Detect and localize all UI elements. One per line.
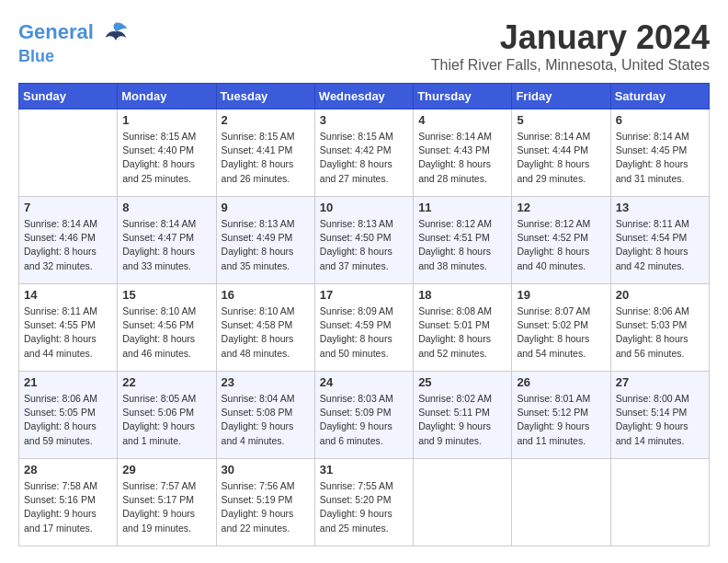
daylight-text: Daylight: 9 hours and 17 minutes. — [24, 507, 112, 534]
logo-line2: Blue — [18, 48, 131, 66]
sunrise-text: Sunrise: 8:15 AM — [320, 130, 408, 144]
sunset-text: Sunset: 5:17 PM — [122, 493, 210, 507]
day-header-thursday: Thursday — [414, 84, 512, 109]
cell-info: Sunrise: 7:58 AMSunset: 5:16 PMDaylight:… — [24, 479, 112, 535]
sunrise-text: Sunrise: 8:12 AM — [418, 217, 506, 231]
sunrise-text: Sunrise: 8:14 AM — [24, 217, 112, 231]
sunset-text: Sunset: 5:19 PM — [222, 493, 310, 507]
daylight-text: Daylight: 8 hours and 25 minutes. — [122, 157, 210, 185]
cell-info: Sunrise: 8:06 AMSunset: 5:05 PMDaylight:… — [24, 392, 112, 448]
cell-info: Sunrise: 7:56 AMSunset: 5:19 PMDaylight:… — [222, 479, 310, 535]
day-number: 21 — [24, 375, 112, 389]
daylight-text: Daylight: 8 hours and 46 minutes. — [122, 332, 210, 360]
day-header-friday: Friday — [512, 84, 610, 109]
calendar-body: 1Sunrise: 8:15 AMSunset: 4:40 PMDaylight… — [19, 109, 710, 546]
calendar-cell: 28Sunrise: 7:58 AMSunset: 5:16 PMDayligh… — [19, 459, 118, 546]
calendar-cell: 27Sunrise: 8:00 AMSunset: 5:14 PMDayligh… — [610, 372, 709, 459]
sunset-text: Sunset: 4:42 PM — [320, 144, 408, 157]
calendar-cell — [414, 459, 512, 546]
calendar-week-2: 7Sunrise: 8:14 AMSunset: 4:46 PMDaylight… — [19, 197, 710, 284]
calendar-cell: 25Sunrise: 8:02 AMSunset: 5:11 PMDayligh… — [414, 372, 512, 459]
calendar-cell: 18Sunrise: 8:08 AMSunset: 5:01 PMDayligh… — [414, 284, 512, 372]
calendar-cell: 7Sunrise: 8:14 AMSunset: 4:46 PMDaylight… — [19, 197, 118, 284]
day-header-monday: Monday — [118, 84, 216, 109]
daylight-text: Daylight: 8 hours and 31 minutes. — [616, 157, 704, 185]
cell-info: Sunrise: 8:12 AMSunset: 4:51 PMDaylight:… — [418, 217, 506, 273]
day-number: 16 — [222, 288, 310, 302]
cell-info: Sunrise: 8:15 AMSunset: 4:40 PMDaylight:… — [122, 130, 210, 186]
calendar-cell: 2Sunrise: 8:15 AMSunset: 4:41 PMDaylight… — [216, 109, 314, 197]
sunset-text: Sunset: 4:51 PM — [418, 231, 506, 245]
day-number: 23 — [222, 375, 310, 389]
calendar-cell: 4Sunrise: 8:14 AMSunset: 4:43 PMDaylight… — [414, 109, 512, 197]
day-number: 17 — [320, 288, 408, 302]
day-header-saturday: Saturday — [610, 84, 709, 109]
daylight-text: Daylight: 8 hours and 44 minutes. — [24, 332, 112, 360]
day-number: 3 — [320, 113, 408, 127]
daylight-text: Daylight: 9 hours and 1 minute. — [122, 419, 210, 447]
calendar-cell — [19, 109, 118, 197]
sunrise-text: Sunrise: 8:03 AM — [320, 392, 408, 406]
cell-info: Sunrise: 8:14 AMSunset: 4:46 PMDaylight:… — [24, 217, 112, 273]
day-header-tuesday: Tuesday — [216, 84, 314, 109]
sunrise-text: Sunrise: 7:57 AM — [122, 479, 210, 493]
sunset-text: Sunset: 4:52 PM — [517, 231, 605, 245]
sunrise-text: Sunrise: 7:56 AM — [222, 479, 310, 493]
sunset-text: Sunset: 4:46 PM — [24, 231, 112, 245]
cell-info: Sunrise: 8:10 AMSunset: 4:58 PMDaylight:… — [222, 304, 310, 361]
cell-info: Sunrise: 8:15 AMSunset: 4:41 PMDaylight:… — [222, 130, 310, 186]
sunrise-text: Sunrise: 8:05 AM — [122, 392, 210, 406]
calendar-cell: 14Sunrise: 8:11 AMSunset: 4:55 PMDayligh… — [19, 284, 118, 372]
day-number: 15 — [122, 288, 210, 302]
daylight-text: Daylight: 9 hours and 11 minutes. — [517, 419, 605, 447]
sunset-text: Sunset: 4:41 PM — [222, 144, 310, 157]
sunset-text: Sunset: 4:58 PM — [222, 318, 310, 332]
daylight-text: Daylight: 8 hours and 28 minutes. — [418, 157, 506, 185]
sunset-text: Sunset: 5:06 PM — [122, 406, 210, 419]
day-number: 26 — [517, 375, 605, 389]
daylight-text: Daylight: 8 hours and 27 minutes. — [320, 157, 408, 185]
calendar-cell: 1Sunrise: 8:15 AMSunset: 4:40 PMDaylight… — [118, 109, 216, 197]
cell-info: Sunrise: 8:12 AMSunset: 4:52 PMDaylight:… — [517, 217, 605, 273]
cell-info: Sunrise: 8:15 AMSunset: 4:42 PMDaylight:… — [320, 130, 408, 186]
day-number: 1 — [122, 113, 210, 127]
month-title: January 2024 — [431, 18, 710, 57]
day-number: 28 — [24, 463, 112, 477]
cell-info: Sunrise: 8:14 AMSunset: 4:45 PMDaylight:… — [616, 130, 704, 186]
daylight-text: Daylight: 8 hours and 54 minutes. — [517, 332, 605, 360]
calendar-cell: 21Sunrise: 8:06 AMSunset: 5:05 PMDayligh… — [19, 372, 118, 459]
daylight-text: Daylight: 9 hours and 22 minutes. — [222, 507, 310, 534]
day-number: 9 — [222, 201, 310, 214]
day-number: 6 — [616, 113, 704, 127]
sunrise-text: Sunrise: 8:14 AM — [517, 130, 605, 144]
daylight-text: Daylight: 8 hours and 33 minutes. — [122, 245, 210, 272]
cell-info: Sunrise: 7:57 AMSunset: 5:17 PMDaylight:… — [122, 479, 210, 535]
cell-info: Sunrise: 7:55 AMSunset: 5:20 PMDaylight:… — [320, 479, 408, 535]
calendar-week-5: 28Sunrise: 7:58 AMSunset: 5:16 PMDayligh… — [19, 459, 710, 546]
cell-info: Sunrise: 8:00 AMSunset: 5:14 PMDaylight:… — [616, 392, 704, 448]
sunset-text: Sunset: 4:54 PM — [616, 231, 704, 245]
calendar-cell: 30Sunrise: 7:56 AMSunset: 5:19 PMDayligh… — [216, 459, 314, 546]
daylight-text: Daylight: 9 hours and 14 minutes. — [616, 419, 704, 447]
day-number: 18 — [418, 288, 506, 302]
sunrise-text: Sunrise: 8:11 AM — [616, 217, 704, 231]
daylight-text: Daylight: 9 hours and 9 minutes. — [418, 419, 506, 447]
cell-info: Sunrise: 8:11 AMSunset: 4:55 PMDaylight:… — [24, 304, 112, 361]
cell-info: Sunrise: 8:10 AMSunset: 4:56 PMDaylight:… — [122, 304, 210, 361]
cell-info: Sunrise: 8:05 AMSunset: 5:06 PMDaylight:… — [122, 392, 210, 448]
calendar-cell: 19Sunrise: 8:07 AMSunset: 5:02 PMDayligh… — [512, 284, 610, 372]
sunrise-text: Sunrise: 8:04 AM — [222, 392, 310, 406]
calendar-table: SundayMondayTuesdayWednesdayThursdayFrid… — [18, 83, 710, 546]
sunset-text: Sunset: 5:08 PM — [222, 406, 310, 419]
daylight-text: Daylight: 8 hours and 35 minutes. — [222, 245, 310, 272]
sunrise-text: Sunrise: 8:08 AM — [418, 304, 506, 318]
day-header-sunday: Sunday — [19, 84, 118, 109]
day-number: 19 — [517, 288, 605, 302]
cell-info: Sunrise: 8:14 AMSunset: 4:44 PMDaylight:… — [517, 130, 605, 186]
day-number: 29 — [122, 463, 210, 477]
day-number: 14 — [24, 288, 112, 302]
location: Thief River Falls, Minnesota, United Sta… — [431, 57, 710, 74]
cell-info: Sunrise: 8:06 AMSunset: 5:03 PMDaylight:… — [616, 304, 704, 361]
sunset-text: Sunset: 5:20 PM — [320, 493, 408, 507]
sunset-text: Sunset: 5:03 PM — [616, 318, 704, 332]
